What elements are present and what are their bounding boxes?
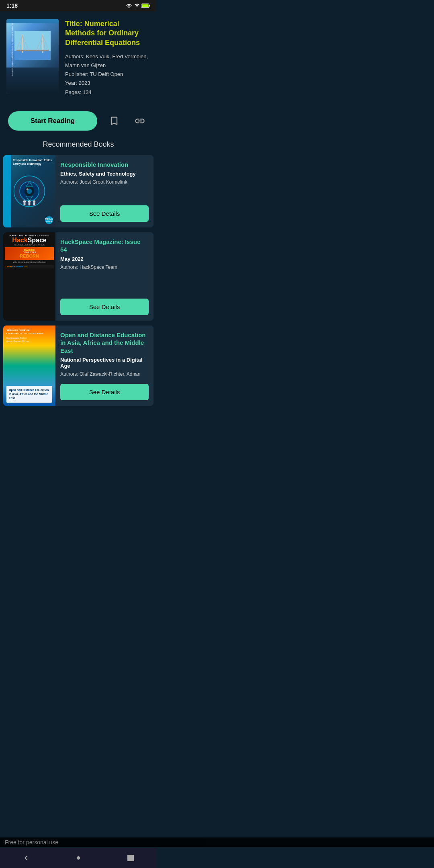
book-info: Title: Numerical Methods for Ordinary Di… [65, 19, 150, 97]
svg-rect-7 [16, 50, 49, 51]
book-authors: Authors: Kees Vuik, Fred Vermolen, Marti… [65, 52, 150, 70]
main-content: Numerical Methods for Ordinary Different… [0, 11, 157, 457]
svg-rect-24 [24, 203, 26, 205]
recommended-section: Recommended Books [0, 140, 157, 417]
book-card-2: SPRINGER BRIEFS INOPEN AND DISTANCE EDUC… [3, 326, 154, 406]
svg-rect-4 [14, 51, 51, 60]
hs-sub: TECHNOLOGY IN YOUR HANDS [14, 244, 45, 246]
book-cover-ri: Responsible Innovation: Ethics, Safety a… [3, 155, 55, 227]
card-title-2: Open and Distance Education in Asia, Afr… [60, 331, 149, 355]
recommended-title: Recommended Books [0, 140, 157, 149]
link-icon [134, 115, 145, 127]
card-subtitle-0: Ethics, Safety and Technology [60, 171, 149, 177]
status-bar: 1:18 [0, 0, 157, 11]
svg-rect-2 [142, 4, 149, 7]
book-card-info-1: HackSpace Magazine: Issue 54 May 2022 Au… [55, 232, 154, 321]
book-publisher: Publisher: TU Delft Open [65, 70, 150, 79]
hs-logo: HackSpace [12, 237, 46, 244]
book-cover-hs: MAKE · BUILD · HACK · CREATE HackSpace T… [3, 232, 55, 321]
status-icons [125, 3, 150, 8]
hs-description: Make old computers with new technology [12, 261, 47, 263]
svg-point-27 [33, 200, 35, 203]
book-cover-main: Numerical Methods for Ordinary Different… [6, 19, 59, 94]
see-details-button-1[interactable]: See Details [60, 299, 149, 315]
book-pages: Pages: 134 [65, 88, 150, 97]
svg-point-25 [28, 200, 31, 203]
ri-publisher-badge: TU Delft OPEN [45, 216, 53, 224]
svg-rect-1 [149, 5, 150, 7]
see-details-button-0[interactable]: See Details [60, 205, 149, 222]
link-button[interactable] [131, 112, 149, 130]
card-authors-0: Authors: Joost Groot Kormelink [60, 179, 149, 185]
wifi-icon [125, 3, 133, 8]
hs-feature: CLASSIC COMPUTERS REBORN [5, 247, 54, 260]
book-cover-ode: SPRINGER BRIEFS INOPEN AND DISTANCE EDUC… [3, 326, 55, 406]
book-meta: Authors: Kees Vuik, Fred Vermolen, Marti… [65, 52, 150, 96]
book-card-0: Responsible Innovation: Ethics, Safety a… [3, 155, 154, 227]
start-reading-button[interactable]: Start Reading [8, 111, 97, 131]
battery-icon [141, 3, 150, 8]
book-card-1: MAKE · BUILD · HACK · CREATE HackSpace T… [3, 232, 154, 321]
ode-springer: SPRINGER BRIEFS INOPEN AND DISTANCE EDUC… [6, 329, 52, 336]
svg-point-23 [23, 200, 26, 203]
svg-rect-26 [29, 203, 31, 205]
bookmark-icon [108, 115, 120, 127]
bookmark-button[interactable] [105, 112, 123, 130]
card-authors-1: Authors: HackSpace Team [60, 264, 149, 270]
book-title: Title: Numerical Methods for Ordinary Di… [65, 19, 150, 47]
book-cover-image [14, 29, 51, 61]
ri-cover-svg [13, 175, 45, 207]
book-year: Year: 2023 [65, 79, 150, 88]
card-title-1: HackSpace Magazine: Issue 54 [60, 238, 149, 254]
card-title-0: Responsible Innovation [60, 161, 149, 169]
action-row: Start Reading [0, 105, 157, 140]
svg-point-20 [27, 188, 29, 190]
ri-cover-title: Responsible Innovation: Ethics, Safety a… [13, 158, 54, 166]
ode-editors: Olaf Zawacki-RichterAdnan Qayyum Editors [6, 337, 52, 343]
book-detail-section: Numerical Methods for Ordinary Different… [0, 11, 157, 105]
signal-icon [134, 3, 140, 8]
card-subtitle-1: May 2022 [60, 256, 149, 262]
book-card-info-0: Responsible Innovation Ethics, Safety an… [55, 155, 154, 227]
book-card-info-2: Open and Distance Education in Asia, Afr… [55, 326, 154, 406]
see-details-button-2[interactable]: See Details [60, 384, 149, 400]
card-authors-2: Authors: Olaf Zawacki-Richter, Adnan [60, 371, 149, 377]
hs-footer: LASERS CNC ROBOTS LEGO [5, 265, 54, 268]
card-subtitle-2: National Perspectives in a Digital Age [60, 357, 149, 369]
status-time: 1:18 [6, 2, 18, 9]
ode-title-block: Open and Distance Education in Asia, Afr… [6, 386, 52, 402]
cover-vertical-text: Numerical Methods for Ordinary Different… [8, 23, 14, 90]
svg-rect-28 [33, 203, 35, 205]
